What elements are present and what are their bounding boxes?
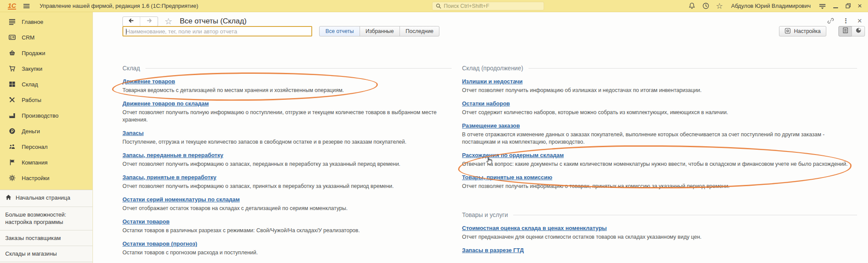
report-description: Отчет позволяет получить полную информац…	[122, 109, 452, 124]
report-search-input[interactable]	[126, 28, 309, 35]
report-link[interactable]: Остатки товаров	[122, 218, 169, 225]
settings-button[interactable]: Настройка	[779, 26, 826, 36]
global-search-input[interactable]	[444, 3, 541, 9]
report-item: Товары, принятые на комиссиюОтчет позвол…	[462, 173, 857, 190]
sidebar-item-label: Продажи	[22, 50, 45, 56]
list-view-button[interactable]	[838, 26, 852, 36]
sidebar-item-factory[interactable]: Производство	[0, 108, 92, 123]
report-description: Отчет предназначен для оценки стоимости …	[462, 233, 857, 241]
report-description: Отчет позволяет получить информацию о за…	[122, 183, 452, 190]
report-description: В отчете отражаются изменение данных о з…	[462, 131, 857, 146]
section-header: Склад (продолжение)	[462, 65, 523, 72]
notifications-bell-icon[interactable]	[688, 2, 696, 10]
report-link[interactable]: Движение товаров по складам	[122, 100, 209, 107]
search-icon	[436, 3, 442, 9]
basket-icon	[8, 49, 16, 56]
report-link[interactable]: Запасы, переданные в переработку	[122, 152, 223, 159]
page-title: Все отчеты (Склад)	[180, 17, 247, 26]
sidebar-item-flag[interactable]: Компания	[0, 155, 92, 170]
crm-icon	[8, 34, 16, 41]
flag-icon	[8, 159, 16, 166]
report-link[interactable]: Излишки и недостачи	[462, 78, 523, 85]
report-link[interactable]: Запасы, принятые в переработку	[122, 174, 216, 181]
filter-button[interactable]: Избранные	[360, 26, 400, 36]
sidebar-footer-item[interactable]: Больше возможностей: настройка программы	[0, 207, 92, 230]
arrow-back-icon	[128, 17, 135, 26]
warehouse-icon	[8, 81, 16, 88]
report-link[interactable]: Остатки товаров (прогноз)	[122, 240, 197, 247]
sidebar-item-gear[interactable]: Настройки	[0, 170, 92, 186]
close-page-icon[interactable]: ×	[857, 18, 862, 24]
sidebar-nav: ГлавноеCRMПродажиЗакупкиСкладРаботыПроиз…	[0, 12, 92, 186]
sidebar-footer: Начальная страницаБольше возможностей: н…	[0, 190, 92, 263]
sidebar-footer-item[interactable]: Заказы поставщикам	[0, 230, 92, 247]
favorites-star-icon[interactable]: ☆	[716, 3, 723, 10]
user-name[interactable]: Абдулов Юрий Владимирович	[731, 3, 811, 9]
report-link[interactable]: Остатки серий номенклатуры по складам	[122, 196, 240, 203]
report-section: СкладДвижение товаровТоварная ведомость …	[122, 64, 452, 256]
close-window-icon[interactable]: ×	[858, 3, 862, 9]
sidebar-item-label: Склад	[22, 81, 38, 88]
sidebar-item-money[interactable]: Деньги	[0, 123, 92, 139]
report-search-field[interactable]	[122, 26, 312, 36]
sidebar-item-works[interactable]: Работы	[0, 92, 92, 108]
minimize-icon[interactable]	[833, 3, 838, 8]
forward-button[interactable]	[140, 17, 158, 26]
hand-cursor	[485, 156, 494, 168]
get-link-icon[interactable]	[827, 17, 834, 24]
sidebar-item-people[interactable]: Персонал	[0, 139, 92, 155]
toolbar: Все отчетыИзбранныеПоследние Настройка	[122, 26, 868, 37]
sidebar-item-menu-lines[interactable]: Главное	[0, 14, 92, 30]
sidebar-item-label: CRM	[22, 34, 35, 41]
sidebar: ГлавноеCRMПродажиЗакупкиСкладРаботыПроиз…	[0, 12, 92, 263]
sidebar-item-crm[interactable]: CRM	[0, 30, 92, 45]
filter-buttons: Все отчетыИзбранныеПоследние	[319, 26, 439, 36]
more-menu-icon[interactable]: ⋮	[842, 17, 849, 25]
sidebar-item-basket[interactable]: Продажи	[0, 45, 92, 61]
report-link[interactable]: Стоимостная оценка склада в ценах номенк…	[462, 225, 607, 232]
reports-list: СкладДвижение товаровТоварная ведомость …	[122, 64, 857, 262]
sidebar-footer-item[interactable]: Начальная страница	[0, 190, 92, 207]
chart-view-button[interactable]	[851, 26, 865, 36]
menu-lines-icon	[8, 18, 16, 25]
report-description: Отчет позволяет получить информацию о то…	[462, 183, 857, 190]
sidebar-item-warehouse[interactable]: Склад	[0, 76, 92, 92]
report-link[interactable]: Остатки наборов	[462, 100, 510, 107]
report-link[interactable]: Запасы	[122, 130, 144, 137]
report-description: Остатки товаров в различных разрезах с р…	[122, 227, 452, 234]
filter-button[interactable]: Все отчеты	[319, 26, 360, 36]
filter-button[interactable]: Последние	[399, 26, 439, 36]
sidebar-footer-item[interactable]: Склады и магазины	[0, 246, 92, 262]
sidebar-item-cart[interactable]: Закупки	[0, 61, 92, 76]
report-link[interactable]: Товары, принятые на комиссию	[462, 174, 552, 181]
sidebar-footer-item-label: Склады и магазины	[5, 250, 57, 258]
settings-button-label: Настройка	[794, 28, 821, 34]
sidebar-item-label: Настройки	[22, 175, 50, 181]
back-button[interactable]	[123, 17, 140, 26]
1c-logo[interactable]: 1С	[8, 3, 16, 10]
report-description: Остатки товаров с прогнозом расхода и по…	[122, 249, 452, 256]
history-icon[interactable]	[702, 2, 710, 10]
report-link[interactable]: Движение товаров	[122, 78, 175, 85]
report-description: Поступление, отгрузка и текущее количест…	[122, 138, 452, 146]
report-link[interactable]: Запасы в разрезе ГТД	[462, 247, 524, 254]
report-link[interactable]: Размещение заказов	[462, 122, 520, 129]
report-link[interactable]: Расхождения по ордерным складам	[462, 152, 564, 159]
list-view-icon	[842, 27, 848, 35]
main-menu-caret-icon[interactable]	[819, 3, 826, 10]
cart-icon	[8, 65, 16, 72]
main-area: ☆ Все отчеты (Склад) ⋮ × Все отчетыИзбра…	[92, 12, 868, 263]
global-search[interactable]	[432, 2, 544, 10]
restore-window-icon[interactable]	[845, 3, 851, 9]
report-description: Отчет содержит количество наборов, котор…	[462, 109, 857, 116]
sidebar-footer-item-label: Больше возможностей: настройка программы	[5, 211, 88, 226]
section-divider	[145, 68, 452, 69]
hamburger-menu-icon[interactable]	[23, 3, 30, 10]
navigation-buttons	[122, 16, 158, 26]
sidebar-item-label: Работы	[22, 97, 41, 103]
page-header: ☆ Все отчеты (Склад) ⋮ ×	[122, 16, 868, 27]
arrow-forward-icon	[146, 17, 152, 26]
sidebar-footer-item-label: Заказы поставщикам	[5, 234, 61, 242]
favorite-page-star-icon[interactable]: ☆	[165, 17, 172, 25]
report-description: Отчет отображает остаток товаров на скла…	[122, 205, 452, 212]
